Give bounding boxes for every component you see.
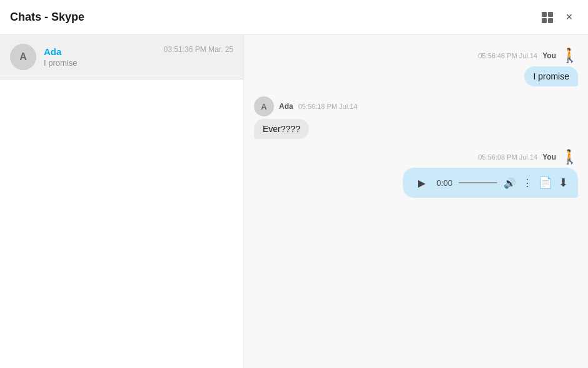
message-bubble-2: Ever???? bbox=[254, 119, 309, 139]
page-title: Chats - Skype bbox=[10, 11, 84, 24]
message-time-2: 05:56:18 PM Jul.14 bbox=[298, 103, 358, 110]
message-group-incoming-1: A Ada 05:56:18 PM Jul.14 Ever???? bbox=[254, 96, 578, 139]
audio-transcript-button[interactable]: 📄 bbox=[539, 176, 552, 190]
chat-sidebar: A Ada I promise 03:51:36 PM Mar. 25 bbox=[0, 35, 244, 368]
grid-dot-4 bbox=[548, 18, 553, 23]
audio-message-bubble: ▶ 0:00 🔊 ⋮ 📄 ⬇ bbox=[403, 168, 578, 198]
audio-more-button[interactable]: ⋮ bbox=[522, 177, 532, 189]
message-bubble-1: I promise bbox=[524, 66, 578, 86]
message-meta-2: A Ada 05:56:18 PM Jul.14 bbox=[254, 96, 357, 116]
message-group-outgoing-2: 05:56:08 PM Jul.14 You 🚶 ▶ 0:00 🔊 ⋮ 📄 ⬇ bbox=[254, 149, 578, 198]
message-group-outgoing-1: 05:56:46 PM Jul.14 You 🚶 I promise bbox=[254, 48, 578, 86]
message-sender-1: You bbox=[542, 51, 556, 60]
chat-info: Ada I promise bbox=[44, 46, 164, 68]
title-actions: × bbox=[542, 9, 578, 26]
message-meta-3: 05:56:08 PM Jul.14 You 🚶 bbox=[478, 149, 578, 165]
grid-icon[interactable] bbox=[542, 12, 553, 23]
message-time-3: 05:56:08 PM Jul.14 bbox=[478, 153, 537, 161]
avatar: A bbox=[10, 44, 36, 70]
grid-dot-2 bbox=[548, 12, 553, 17]
chat-contact-name: Ada bbox=[44, 46, 164, 57]
chat-time: 03:51:36 PM Mar. 25 bbox=[164, 45, 233, 54]
message-meta-1: 05:56:46 PM Jul.14 You 🚶 bbox=[478, 48, 578, 64]
close-button[interactable]: × bbox=[560, 9, 578, 26]
chat-preview-text: I promise bbox=[44, 58, 164, 68]
audio-progress-bar bbox=[459, 182, 497, 183]
audio-volume-button[interactable]: 🔊 bbox=[504, 177, 516, 189]
audio-download-button[interactable]: ⬇ bbox=[559, 176, 568, 190]
title-bar: Chats - Skype × bbox=[0, 0, 588, 35]
user-icon-1: 🚶 bbox=[561, 48, 578, 64]
message-sender-2: Ada bbox=[279, 102, 293, 111]
chat-message-area: 05:56:46 PM Jul.14 You 🚶 I promise A Ada… bbox=[244, 35, 588, 368]
user-icon-2: 🚶 bbox=[561, 149, 578, 165]
main-layout: A Ada I promise 03:51:36 PM Mar. 25 05:5… bbox=[0, 35, 588, 368]
grid-dot-1 bbox=[542, 12, 547, 17]
incoming-avatar: A bbox=[254, 96, 274, 116]
audio-time-display: 0:00 bbox=[437, 178, 452, 188]
audio-play-button[interactable]: ▶ bbox=[413, 174, 430, 192]
message-time-1: 05:56:46 PM Jul.14 bbox=[478, 52, 537, 59]
grid-dot-3 bbox=[542, 18, 547, 23]
chat-list-item[interactable]: A Ada I promise 03:51:36 PM Mar. 25 bbox=[0, 35, 243, 79]
message-sender-3: You bbox=[542, 153, 556, 161]
